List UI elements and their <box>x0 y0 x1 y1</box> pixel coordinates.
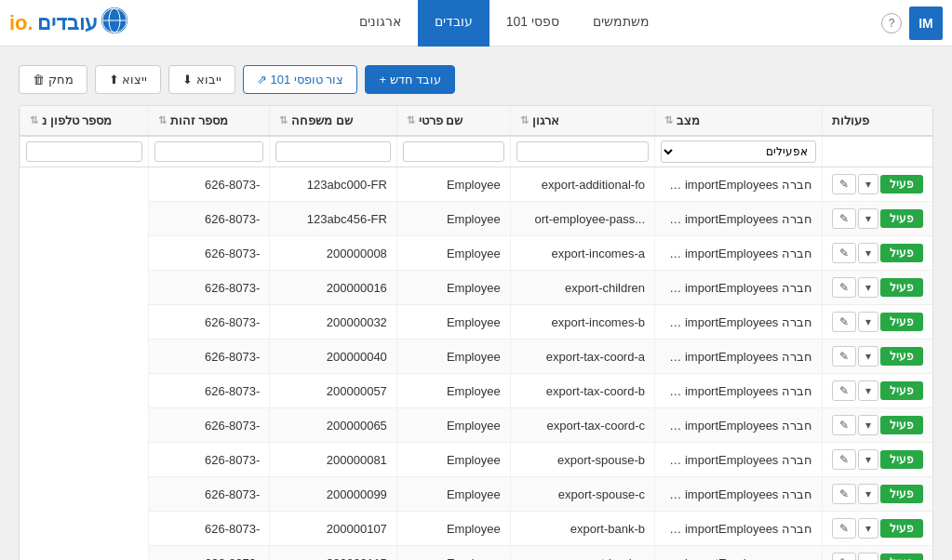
row-edit-button[interactable]: ✎ <box>832 277 856 298</box>
cell-last_name: Employee <box>396 374 510 408</box>
row-edit-button[interactable]: ✎ <box>832 518 856 539</box>
row-actions-cell: פעיל ▾ ✎ <box>823 443 933 477</box>
table-scroll[interactable]: פעולות מצב ⇅ ארגון ⇅ שם פרטי ⇅ שם משפחה … <box>20 106 932 560</box>
new-employee-button[interactable]: עובד חדש + <box>365 65 455 94</box>
sort-icon-org[interactable]: ⇅ <box>520 114 529 127</box>
row-dropdown-button[interactable]: ▾ <box>858 449 878 470</box>
cell-phone: -626-8073 <box>148 271 270 305</box>
col-header-status: מצב ⇅ <box>655 106 823 136</box>
row-dropdown-button[interactable]: ▾ <box>858 484 878 504</box>
cell-org: חברה importEmployees בע"... <box>655 167 823 202</box>
filter-cell-status: אפעיליםפעיללא פעיל <box>655 136 823 167</box>
row-dropdown-button[interactable]: ▾ <box>858 553 878 560</box>
filter-input-first_name[interactable] <box>403 141 504 162</box>
col-header-id_number: מספר זהות ⇅ <box>148 106 270 136</box>
table-row: פעיל ▾ ✎ חברה importEmployees בע"...expo… <box>20 512 933 546</box>
filter-cell-id_number <box>148 136 270 167</box>
cell-id_number: 200000016 <box>270 271 397 305</box>
filter-row: אפעיליםפעיללא פעיל <box>20 136 933 167</box>
col-label-last_name: שם משפחה <box>291 113 353 127</box>
logo-brand-text: עובדים <box>37 11 98 35</box>
cell-id_number: 200000032 <box>270 305 397 340</box>
cell-phone: -626-8073 <box>148 374 270 408</box>
topnav-center: משתמשיםספסי 101עובדיםארגונים <box>342 0 666 47</box>
cell-first_name: export-tax-coord-a <box>510 340 654 374</box>
sort-icon-first_name[interactable]: ⇅ <box>407 114 415 127</box>
filter-cell-org <box>510 136 654 167</box>
filter-input-phone[interactable] <box>26 141 142 162</box>
delete-button[interactable]: מחק 🗑 <box>19 65 87 94</box>
row-dropdown-button[interactable]: ▾ <box>858 208 878 229</box>
filter-select-status[interactable]: אפעיליםפעיללא פעיל <box>661 140 816 163</box>
cell-org: חברה importEmployees בע"... <box>655 236 823 271</box>
row-edit-button[interactable]: ✎ <box>832 449 856 470</box>
row-dropdown-button[interactable]: ▾ <box>858 277 878 298</box>
cell-org: חברה importEmployees בע"... <box>655 202 823 236</box>
export-button[interactable]: ייצוא ⬆ <box>95 65 162 94</box>
row-actions-cell: פעיל ▾ ✎ <box>823 340 933 374</box>
row-edit-button[interactable]: ✎ <box>832 174 856 194</box>
table-header-row: פעולות מצב ⇅ ארגון ⇅ שם פרטי ⇅ שם משפחה … <box>20 106 933 136</box>
actions-label: פעולות <box>832 113 869 127</box>
row-dropdown-button[interactable]: ▾ <box>858 380 878 401</box>
filter-cell-last_name <box>270 136 397 167</box>
cell-org: חברה importEmployees בע"... <box>655 305 823 340</box>
row-actions-cell: פעיל ▾ ✎ <box>823 305 933 340</box>
row-dropdown-button[interactable]: ▾ <box>858 243 878 263</box>
row-edit-button[interactable]: ✎ <box>832 312 856 332</box>
row-dropdown-button[interactable]: ▾ <box>858 174 878 194</box>
cell-id_number: 123abc000-FR <box>270 167 397 202</box>
report-101-button[interactable]: צור טופסי 101 ⇗ <box>243 65 358 94</box>
row-dropdown-button[interactable]: ▾ <box>858 346 878 367</box>
import-button[interactable]: ייבוא ⬇ <box>168 65 235 94</box>
sort-icon-last_name[interactable]: ⇅ <box>279 114 288 127</box>
cell-last_name: Employee <box>396 305 510 340</box>
topnav-right: עובדים.io <box>9 7 127 39</box>
filter-actions-cell <box>823 136 933 167</box>
filter-input-org[interactable] <box>516 141 649 162</box>
sort-icon-phone[interactable]: ⇅ <box>30 114 38 127</box>
cell-phone: -626-8073 <box>148 443 270 477</box>
table-wrapper: פעולות מצב ⇅ ארגון ⇅ שם פרטי ⇅ שם משפחה … <box>19 105 933 560</box>
cell-phone: -626-8073 <box>148 202 270 236</box>
table-row: פעיל ▾ ✎ חברה importEmployees בע"...expo… <box>20 374 933 408</box>
nav-item-users[interactable]: משתמשים <box>576 0 666 47</box>
cell-id_number: 200000107 <box>270 512 397 546</box>
row-edit-button[interactable]: ✎ <box>832 208 856 229</box>
col-label-status: מצב <box>677 113 700 127</box>
row-edit-button[interactable]: ✎ <box>832 484 856 504</box>
table-row: פעיל ▾ ✎ חברה importEmployees בע"...expo… <box>20 340 933 374</box>
filter-input-last_name[interactable] <box>275 141 391 162</box>
nav-item-101[interactable]: ספסי 101 <box>489 0 576 47</box>
row-actions-cell: פעיל ▾ ✎ <box>823 374 933 408</box>
cell-phone: -626-8073 <box>148 408 270 443</box>
table-row: פעיל ▾ ✎ חברה importEmployees בע"...expo… <box>20 271 933 305</box>
main-container: עובד חדש + צור טופסי 101 ⇗ ייבוא ⬇ ייצוא… <box>0 47 952 560</box>
cell-phone: -626-8073 <box>148 167 270 202</box>
nav-item-orgs[interactable]: ארגונים <box>342 0 418 47</box>
status-badge: פעיל <box>880 347 923 366</box>
topnav-left: IM ? <box>881 7 943 40</box>
filter-input-id_number[interactable] <box>154 141 264 162</box>
sort-icon-id_number[interactable]: ⇅ <box>158 114 167 127</box>
row-dropdown-button[interactable]: ▾ <box>858 312 878 332</box>
row-edit-button[interactable]: ✎ <box>832 415 856 435</box>
cell-phone: -626-8073 <box>148 546 270 561</box>
status-badge: פעיל <box>880 485 923 503</box>
cell-last_name: Employee <box>396 512 510 546</box>
row-dropdown-button[interactable]: ▾ <box>858 415 878 435</box>
row-actions-cell: פעיל ▾ ✎ <box>823 202 933 236</box>
filter-cell-phone <box>20 136 149 167</box>
row-edit-button[interactable]: ✎ <box>832 346 856 367</box>
row-edit-button[interactable]: ✎ <box>832 380 856 401</box>
cell-phone: -626-8073 <box>148 305 270 340</box>
nav-item-employees[interactable]: עובדים <box>418 0 489 47</box>
cell-last_name: Employee <box>396 167 510 202</box>
row-dropdown-button[interactable]: ▾ <box>858 518 878 539</box>
sort-icon-status[interactable]: ⇅ <box>664 114 673 127</box>
cell-last_name: Employee <box>396 477 510 512</box>
row-edit-button[interactable]: ✎ <box>832 553 856 560</box>
row-edit-button[interactable]: ✎ <box>832 243 856 263</box>
help-icon[interactable]: ? <box>881 13 902 33</box>
col-header-org: ארגון ⇅ <box>510 106 654 136</box>
